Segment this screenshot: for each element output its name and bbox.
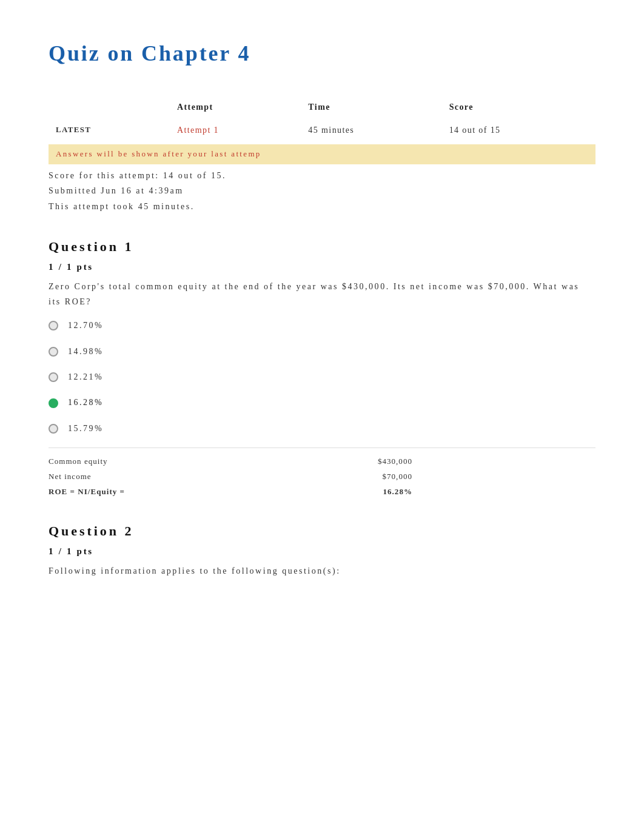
solution-box-1: Common equity $430,000 Net income $70,00… bbox=[49, 448, 595, 498]
solution-value-equity: $430,000 bbox=[378, 455, 412, 468]
radio-1c bbox=[49, 372, 58, 382]
page-title: Quiz on Chapter 4 bbox=[49, 36, 595, 72]
question-2-points: 1 / 1 pts bbox=[49, 544, 595, 558]
answer-label-1b: 14.98% bbox=[68, 345, 103, 358]
solution-row-1c: ROE = NI/Equity = 16.28% bbox=[49, 486, 412, 498]
table-row: LATEST Attempt 1 45 minutes 14 out of 15 bbox=[49, 119, 595, 142]
question-1-header: Question 1 bbox=[49, 236, 595, 257]
col-header-label bbox=[49, 96, 170, 119]
question-1-points: 1 / 1 pts bbox=[49, 260, 595, 274]
solution-label-equity: Common equity bbox=[49, 455, 108, 468]
answer-label-1e: 15.79% bbox=[68, 422, 103, 435]
solution-row-1a: Common equity $430,000 bbox=[49, 455, 412, 468]
answer-label-1d: 16.28% bbox=[68, 396, 103, 409]
attempt-table: Attempt Time Score LATEST Attempt 1 45 m… bbox=[49, 96, 595, 143]
attempt-link-cell[interactable]: Attempt 1 bbox=[170, 119, 301, 142]
question-2-header: Question 2 bbox=[49, 520, 595, 542]
solution-label-roe: ROE = NI/Equity = bbox=[49, 486, 125, 498]
submitted-line: Submitted Jun 16 at 4:39am bbox=[49, 183, 595, 198]
answer-option-1c[interactable]: 12.21% bbox=[49, 371, 595, 384]
solution-value-roe: 16.28% bbox=[383, 486, 413, 498]
solution-value-ni: $70,000 bbox=[382, 471, 412, 483]
solution-label-ni: Net income bbox=[49, 471, 92, 483]
radio-1e bbox=[49, 424, 58, 434]
question-1-section: Question 1 1 / 1 pts Zero Corp's total c… bbox=[49, 236, 595, 498]
col-header-attempt: Attempt bbox=[170, 96, 301, 119]
radio-1b bbox=[49, 347, 58, 357]
answer-option-1e[interactable]: 15.79% bbox=[49, 422, 595, 435]
radio-1d bbox=[49, 398, 58, 408]
question-1-text: Zero Corp's total common equity at the e… bbox=[49, 279, 595, 309]
question-2-section: Question 2 1 / 1 pts Following informati… bbox=[49, 520, 595, 578]
score-line: Score for this attempt: 14 out of 15. bbox=[49, 168, 595, 183]
answer-option-1a[interactable]: 12.70% bbox=[49, 319, 595, 332]
attempt-link[interactable]: Attempt 1 bbox=[177, 126, 219, 135]
answer-label-1a: 12.70% bbox=[68, 319, 103, 332]
answer-option-1b[interactable]: 14.98% bbox=[49, 345, 595, 358]
col-header-score: Score bbox=[442, 96, 595, 119]
attempt-time: 45 minutes bbox=[301, 119, 441, 142]
answer-label-1c: 12.21% bbox=[68, 371, 103, 384]
duration-line: This attempt took 45 minutes. bbox=[49, 199, 595, 214]
answers-banner: Answers will be shown after your last at… bbox=[49, 144, 595, 164]
solution-row-1b: Net income $70,000 bbox=[49, 471, 412, 483]
radio-1a bbox=[49, 321, 58, 330]
question-2-text: Following information applies to the fol… bbox=[49, 563, 595, 578]
attempt-label: LATEST bbox=[49, 119, 170, 142]
answer-option-1d[interactable]: 16.28% bbox=[49, 396, 595, 409]
col-header-time: Time bbox=[301, 96, 441, 119]
attempt-score: 14 out of 15 bbox=[442, 119, 595, 142]
submission-info: Score for this attempt: 14 out of 15. Su… bbox=[49, 168, 595, 214]
